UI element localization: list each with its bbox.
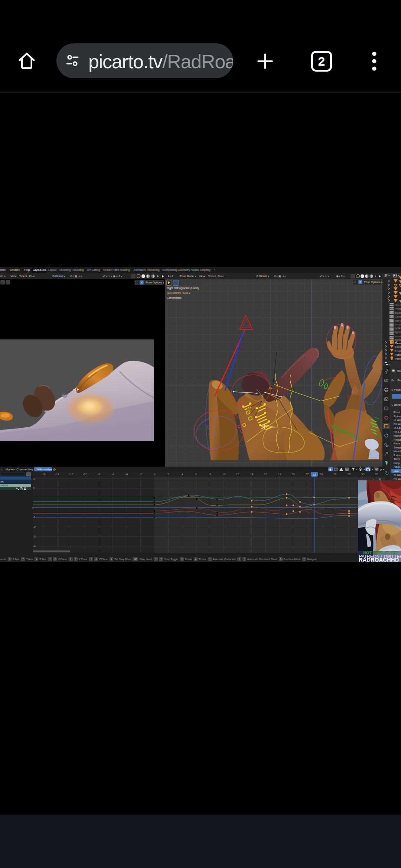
svg-text:-14: -14: [55, 473, 59, 476]
svg-text:Hand: Hand: [394, 434, 401, 437]
svg-text:lights: lights: [395, 331, 401, 334]
svg-text:Ecosph: Ecosph: [395, 345, 401, 349]
svg-text:2: 2: [167, 473, 169, 476]
svg-text:Tweak: Tweak: [394, 446, 401, 449]
svg-text:Physic: Physic: [395, 307, 401, 310]
svg-text:Extra: Extra: [394, 454, 401, 457]
svg-text:-10: -10: [83, 473, 87, 476]
svg-text:Hair: Hair: [394, 470, 399, 473]
svg-text:↔: ↔: [27, 473, 30, 476]
svg-text:Camer: Camer: [395, 315, 401, 318]
svg-text:Help: Help: [394, 461, 400, 465]
svg-text:ontrols: ontrols: [0, 484, 9, 487]
svg-text:-6: -6: [112, 473, 114, 476]
svg-text:-2: -2: [33, 525, 36, 529]
svg-text:32: 32: [375, 473, 378, 476]
svg-text:Channel: Channel: [16, 468, 27, 471]
svg-text:-2: -2: [140, 473, 142, 476]
svg-text:-16: -16: [42, 473, 46, 476]
svg-text:-4: -4: [33, 545, 36, 548]
svg-text:SOFA: SOFA: [395, 327, 401, 330]
svg-text:IK Leg: IK Leg: [394, 426, 401, 430]
svg-text:3: 3: [33, 477, 35, 480]
svg-text:hair ph: hair ph: [395, 319, 401, 322]
svg-text:24: 24: [320, 473, 323, 476]
svg-text:16: 16: [264, 473, 267, 476]
svg-text:-8: -8: [98, 473, 100, 476]
svg-text:4: 4: [182, 473, 183, 476]
svg-text:Plane: Plane: [395, 353, 401, 356]
svg-text:Root: Root: [394, 411, 400, 414]
svg-text:25: 25: [0, 480, 3, 484]
svg-text:Face: Face: [394, 442, 400, 445]
svg-text:Sta: Sta: [397, 379, 401, 382]
svg-text:23: 23: [313, 473, 316, 476]
svg-text:Normalize: Normalize: [39, 468, 52, 471]
svg-text:Head: Head: [394, 450, 401, 453]
svg-text:Help 2: Help 2: [394, 465, 401, 468]
svg-text:Starfir: Starfir: [397, 369, 401, 373]
svg-text:14: 14: [250, 473, 253, 476]
svg-text:Camer: Camer: [395, 342, 401, 345]
svg-text:6: 6: [195, 473, 197, 476]
svg-text:!: !: [340, 468, 341, 471]
svg-text:∨ Pose: ∨ Pose: [391, 388, 401, 391]
svg-text:IK Arm: IK Arm: [394, 418, 401, 422]
svg-text:Toes: Toes: [394, 457, 400, 461]
svg-text:0: 0: [32, 506, 33, 509]
svg-text:Key: Key: [28, 468, 33, 471]
svg-text:12: 12: [236, 473, 239, 476]
svg-text:RADROACHHD: RADROACHHD: [359, 557, 399, 562]
svg-text:20: 20: [292, 473, 295, 476]
svg-text:∨ Bone C: ∨ Bone C: [391, 403, 401, 407]
svg-text:⟳: ⟳: [53, 468, 56, 471]
svg-text:🕱∨: 🕱∨: [391, 379, 395, 382]
svg-text:Unuse: Unuse: [395, 303, 401, 307]
svg-text:0: 0: [154, 473, 155, 476]
svg-text:Point.C: Point.C: [395, 357, 401, 361]
svg-text:Spine: Spine: [394, 415, 401, 418]
svg-text:lights: lights: [395, 338, 401, 342]
svg-text:FK Arm: FK Arm: [394, 423, 401, 426]
svg-text:scene: scene: [395, 323, 401, 326]
svg-text:IK Arm: IK Arm: [394, 473, 401, 477]
svg-text:22: 22: [306, 473, 309, 476]
svg-text:28: 28: [348, 473, 351, 476]
svg-text:Marker: Marker: [6, 468, 15, 471]
svg-text:FK Leg: FK Leg: [394, 430, 401, 434]
svg-text:-12: -12: [69, 473, 74, 476]
svg-text:30: 30: [361, 473, 364, 476]
svg-text:liquids: liquids: [395, 311, 401, 315]
svg-text:10: 10: [222, 473, 225, 476]
svg-text:8: 8: [209, 473, 211, 476]
svg-text:-3: -3: [33, 535, 36, 538]
svg-text:scene: scene: [395, 335, 401, 338]
svg-text:-4: -4: [125, 473, 128, 476]
svg-text:26: 26: [333, 473, 336, 476]
svg-text:Ecosph: Ecosph: [395, 349, 401, 353]
svg-text:18: 18: [278, 473, 281, 476]
svg-text:Finger: Finger: [394, 438, 401, 441]
svg-text:2: 2: [33, 487, 35, 490]
